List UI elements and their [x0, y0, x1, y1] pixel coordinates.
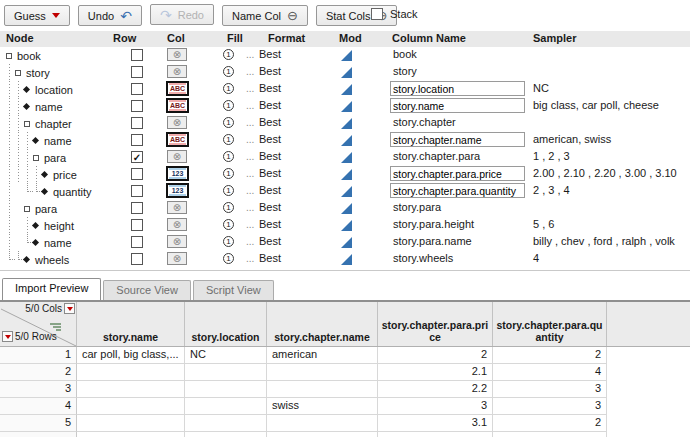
format-menu-button[interactable]: ... — [246, 100, 254, 111]
node-label[interactable]: wheels — [35, 254, 69, 266]
mod-triangle-icon[interactable] — [341, 67, 352, 78]
format-menu-button[interactable]: ... — [246, 185, 254, 196]
format-menu-button[interactable]: ... — [246, 117, 254, 128]
stack-checkbox[interactable] — [371, 8, 383, 20]
format-value[interactable]: Best — [259, 167, 281, 179]
tab-source-view[interactable]: Source View — [103, 280, 191, 300]
node-label[interactable]: quantity — [53, 186, 92, 198]
fill-icon[interactable]: 1 — [223, 168, 234, 179]
node-label[interactable]: story — [26, 67, 50, 79]
format-menu-button[interactable]: ... — [246, 202, 254, 213]
mod-triangle-icon[interactable] — [341, 152, 352, 163]
column-character-icon[interactable]: ABC — [166, 81, 189, 96]
redo-button[interactable]: ↷ Redo — [150, 4, 214, 25]
fill-icon[interactable]: 1 — [223, 49, 234, 60]
expand-box-icon[interactable] — [24, 206, 30, 212]
column-disabled-icon[interactable]: ⊗ — [167, 48, 187, 61]
grid-column-header[interactable]: story.chapter.para.quantity — [493, 302, 607, 346]
format-value[interactable]: Best — [259, 116, 281, 128]
grid-column-header[interactable]: story.chapter.para.price — [378, 302, 493, 346]
column-disabled-icon[interactable]: ⊗ — [167, 201, 187, 214]
mod-triangle-icon[interactable] — [341, 84, 352, 95]
node-label[interactable]: name — [44, 237, 72, 249]
guess-button[interactable]: Guess — [4, 5, 70, 26]
fill-icon[interactable]: 1 — [223, 100, 234, 111]
cols-menu-button[interactable] — [64, 303, 75, 314]
format-value[interactable]: Best — [259, 48, 281, 60]
mod-triangle-icon[interactable] — [341, 237, 352, 248]
row-checkbox[interactable] — [131, 219, 143, 231]
format-value[interactable]: Best — [259, 82, 281, 94]
mod-triangle-icon[interactable] — [341, 50, 352, 61]
format-menu-button[interactable]: ... — [246, 151, 254, 162]
name-col-button[interactable]: Name Col ⊖ — [222, 5, 308, 26]
column-disabled-icon[interactable]: ⊗ — [167, 218, 187, 231]
column-numeric-icon[interactable]: 123 — [166, 166, 189, 181]
fill-icon[interactable]: 1 — [223, 151, 234, 162]
row-checkbox[interactable] — [131, 100, 143, 112]
mod-triangle-icon[interactable] — [341, 135, 352, 146]
format-value[interactable]: Best — [259, 99, 281, 111]
row-checkbox[interactable] — [131, 66, 143, 78]
fill-icon[interactable]: 1 — [223, 134, 234, 145]
row-checkbox[interactable] — [131, 134, 143, 146]
grid-column-header[interactable]: story.location — [185, 302, 267, 346]
row-checkbox[interactable] — [131, 185, 143, 197]
format-value[interactable]: Best — [259, 218, 281, 230]
format-menu-button[interactable]: ... — [246, 83, 254, 94]
column-name-input[interactable] — [390, 132, 525, 147]
format-value[interactable]: Best — [259, 184, 281, 196]
fill-icon[interactable]: 1 — [223, 236, 234, 247]
format-menu-button[interactable]: ... — [246, 253, 254, 264]
expand-box-icon[interactable] — [33, 155, 39, 161]
mod-triangle-icon[interactable] — [341, 118, 352, 129]
undo-button[interactable]: Undo ↶ — [78, 5, 142, 26]
row-checkbox[interactable] — [131, 168, 143, 180]
node-label[interactable]: location — [35, 84, 73, 96]
column-name-input[interactable] — [390, 183, 525, 198]
column-name-input[interactable] — [390, 81, 525, 96]
format-value[interactable]: Best — [259, 252, 281, 264]
mod-triangle-icon[interactable] — [341, 203, 352, 214]
column-disabled-icon[interactable]: ⊗ — [167, 150, 187, 163]
row-checkbox[interactable] — [131, 49, 143, 61]
rows-menu-button[interactable] — [2, 331, 13, 342]
fill-icon[interactable]: 1 — [223, 185, 234, 196]
fill-icon[interactable]: 1 — [223, 66, 234, 77]
expand-box-icon[interactable] — [15, 70, 21, 76]
mod-triangle-icon[interactable] — [341, 220, 352, 231]
node-label[interactable]: para — [35, 203, 57, 215]
row-checkbox[interactable]: ✓ — [131, 151, 143, 163]
mod-triangle-icon[interactable] — [341, 254, 352, 265]
column-disabled-icon[interactable]: ⊗ — [167, 235, 187, 248]
column-disabled-icon[interactable]: ⊗ — [167, 116, 187, 129]
node-label[interactable]: height — [44, 220, 74, 232]
row-checkbox[interactable] — [131, 83, 143, 95]
node-label[interactable]: price — [53, 169, 77, 181]
format-value[interactable]: Best — [259, 133, 281, 145]
format-menu-button[interactable]: ... — [246, 236, 254, 247]
row-checkbox[interactable] — [131, 117, 143, 129]
node-label[interactable]: chapter — [35, 118, 72, 130]
node-label[interactable]: name — [35, 101, 63, 113]
format-menu-button[interactable]: ... — [246, 219, 254, 230]
format-value[interactable]: Best — [259, 201, 281, 213]
node-label[interactable]: name — [44, 135, 72, 147]
fill-icon[interactable]: 1 — [223, 117, 234, 128]
format-menu-button[interactable]: ... — [246, 134, 254, 145]
node-label[interactable]: book — [17, 50, 41, 62]
format-value[interactable]: Best — [259, 235, 281, 247]
format-value[interactable]: Best — [259, 65, 281, 77]
fill-icon[interactable]: 1 — [223, 219, 234, 230]
column-numeric-icon[interactable]: 123 — [166, 183, 189, 198]
column-disabled-icon[interactable]: ⊗ — [167, 252, 187, 265]
expand-box-icon[interactable] — [6, 53, 12, 59]
fill-icon[interactable]: 1 — [223, 253, 234, 264]
row-checkbox[interactable] — [131, 253, 143, 265]
fill-icon[interactable]: 1 — [223, 202, 234, 213]
format-menu-button[interactable]: ... — [246, 49, 254, 60]
column-character-icon[interactable]: ABC — [166, 132, 189, 147]
column-character-icon[interactable]: ABC — [166, 98, 189, 113]
column-disabled-icon[interactable]: ⊗ — [167, 65, 187, 78]
tab-import-preview[interactable]: Import Preview — [2, 278, 101, 300]
